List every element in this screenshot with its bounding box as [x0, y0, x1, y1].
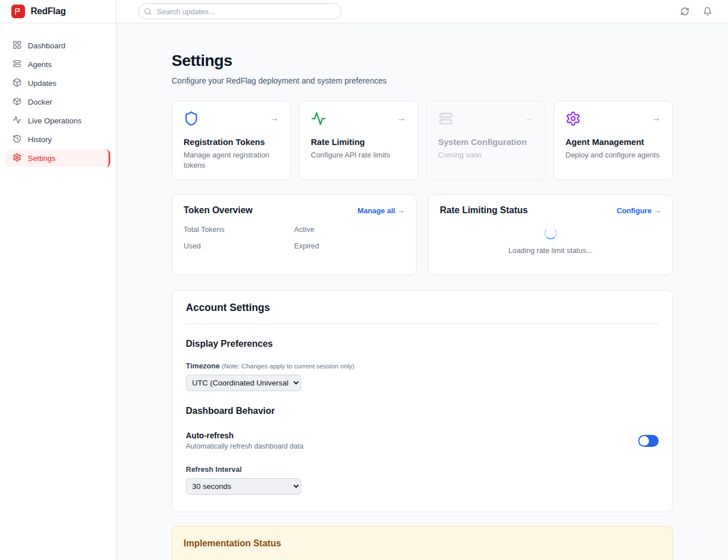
sidebar-item-label: Docker — [28, 98, 52, 106]
gear-icon — [565, 111, 581, 128]
shield-icon — [184, 111, 199, 128]
card-title: Agent Management — [565, 137, 661, 147]
activity-icon — [13, 115, 22, 126]
history-icon — [13, 134, 22, 145]
overview-panels: Token Overview Manage all → Total Tokens… — [172, 194, 673, 275]
card-title: System Configuration — [438, 137, 534, 147]
token-overview-title: Token Overview — [184, 205, 253, 215]
arrow-right-icon: → — [651, 113, 661, 123]
sidebar-item-label: Updates — [28, 79, 56, 88]
sidebar-item-live-operations[interactable]: Live Operations — [6, 112, 110, 130]
display-preferences-title: Display Preferences — [186, 339, 659, 349]
timezone-select[interactable]: UTC (Coordinated Universal Time) — [186, 375, 301, 391]
card-description: Coming soon — [438, 150, 534, 160]
account-settings-card: Account Settings Display Preferences Tim… — [172, 290, 673, 512]
account-settings-title: Account Settings — [186, 302, 659, 324]
server-icon — [438, 111, 454, 128]
timezone-note: (Note: Changes apply to current session … — [222, 363, 354, 370]
gear-icon — [13, 153, 22, 164]
card-title: Registration Tokens — [184, 137, 279, 147]
flag-icon — [11, 5, 25, 18]
search-input[interactable] — [138, 3, 342, 19]
loading-text: Loading rate limit status... — [508, 246, 592, 255]
grid-icon — [13, 40, 22, 51]
card-system-configuration: → System Configuration Coming soon — [426, 101, 546, 180]
sidebar-item-label: Agents — [28, 60, 52, 69]
sidebar-nav: Dashboard Agents Updates — [0, 23, 116, 167]
brand: RedFlag — [0, 0, 116, 23]
dashboard-behavior-title: Dashboard Behavior — [186, 406, 659, 416]
arrow-right-icon: → — [524, 113, 534, 123]
auto-refresh-toggle[interactable] — [638, 435, 659, 447]
stat-label-active: Active — [294, 225, 405, 234]
toggle-knob — [639, 436, 649, 446]
implementation-status-title: Implementation Status — [184, 538, 661, 549]
card-description: Manage agent registration tokens — [184, 150, 279, 170]
sidebar-item-dashboard[interactable]: Dashboard — [6, 37, 110, 55]
sidebar-item-label: Dashboard — [28, 42, 65, 50]
sidebar-item-updates[interactable]: Updates — [6, 74, 110, 92]
search-box — [138, 3, 342, 19]
token-overview-panel: Token Overview Manage all → Total Tokens… — [172, 194, 417, 275]
auto-refresh-label: Auto-refresh — [186, 431, 303, 440]
manage-all-link[interactable]: Manage all → — [357, 206, 405, 215]
loading-spinner-icon — [544, 227, 557, 239]
auto-refresh-row: Auto-refresh Automatically refresh dashb… — [186, 431, 659, 450]
brand-name: RedFlag — [31, 6, 66, 16]
box-icon — [13, 97, 22, 107]
topbar-icons — [679, 6, 713, 17]
stat-label-total-tokens: Total Tokens — [184, 225, 294, 234]
rate-limiting-status-panel: Rate Limiting Status Configure → Loading… — [428, 194, 673, 275]
sidebar-item-history[interactable]: History — [6, 131, 110, 148]
activity-icon — [311, 111, 326, 128]
sidebar-item-label: Settings — [28, 154, 56, 163]
arrow-right-icon: → — [397, 113, 406, 123]
auto-refresh-description: Automatically refresh dashboard data — [186, 442, 303, 450]
search-icon — [144, 7, 152, 15]
card-agent-management[interactable]: → Agent Management Deploy and configure … — [554, 101, 673, 180]
configure-link[interactable]: Configure → — [617, 206, 661, 215]
main-content: Settings Configure your RedFlag deployme… — [117, 23, 728, 560]
card-description: Configure API rate limits — [311, 150, 406, 160]
sidebar-item-agents[interactable]: Agents — [6, 56, 110, 73]
sidebar-item-settings[interactable]: Settings — [6, 150, 110, 167]
stat-label-expired: Expired — [294, 242, 405, 250]
card-registration-tokens[interactable]: → Registration Tokens Manage agent regis… — [172, 101, 291, 180]
rate-limiting-status-title: Rate Limiting Status — [440, 205, 528, 215]
server-icon — [13, 59, 22, 70]
sidebar-item-label: Live Operations — [28, 117, 82, 125]
top-bar — [117, 0, 728, 23]
page-subtitle: Configure your RedFlag deployment and sy… — [172, 76, 673, 85]
page-title: Settings — [172, 52, 673, 70]
quick-cards: → Registration Tokens Manage agent regis… — [172, 101, 673, 180]
card-rate-limiting[interactable]: → Rate Limiting Configure API rate limit… — [299, 101, 418, 180]
refresh-interval-label: Refresh Interval — [186, 465, 659, 474]
package-icon — [13, 78, 22, 89]
bell-icon[interactable] — [702, 6, 713, 17]
card-description: Deploy and configure agents — [565, 150, 661, 160]
sidebar: RedFlag Dashboard Agents — [0, 0, 117, 560]
stat-label-used: Used — [184, 242, 294, 250]
sidebar-item-docker[interactable]: Docker — [6, 93, 110, 111]
implementation-status-card: Implementation Status Implemented Featur… — [172, 526, 673, 560]
sidebar-item-label: History — [28, 135, 52, 144]
refresh-icon[interactable] — [679, 6, 690, 17]
refresh-interval-select[interactable]: 30 seconds — [186, 478, 301, 495]
card-title: Rate Limiting — [311, 137, 406, 147]
timezone-label: Timezone (Note: Changes apply to current… — [186, 362, 659, 370]
arrow-right-icon: → — [269, 113, 279, 123]
